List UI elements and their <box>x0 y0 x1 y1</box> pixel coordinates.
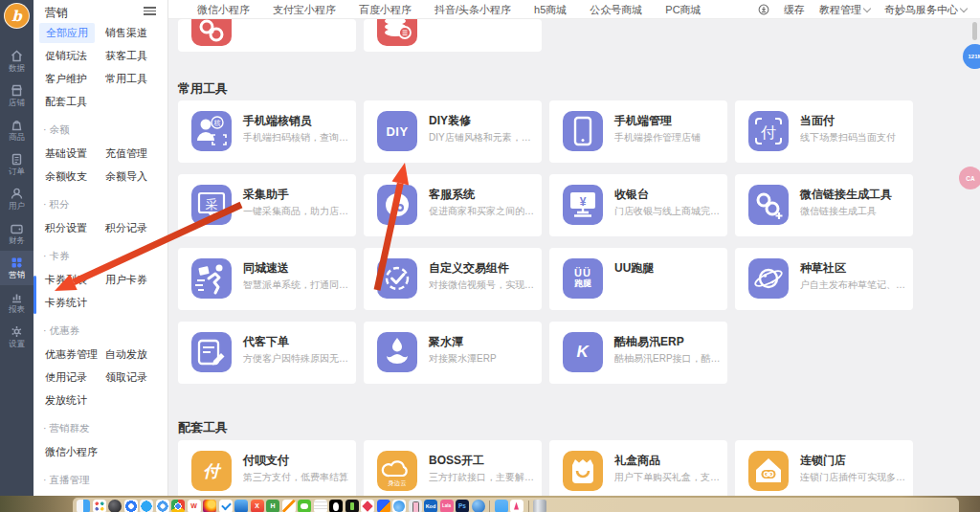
folder-icon[interactable] <box>495 500 508 512</box>
tool-card[interactable]: DIY DIY装修 DIY店铺风格和元素，千人千面 <box>364 100 542 163</box>
check-app-icon[interactable] <box>219 500 233 512</box>
tool-card[interactable]: 身边云 BOSS开工 三方打款接口，主要解决企业... <box>364 440 542 496</box>
menu-item[interactable]: 销售渠道 <box>105 26 147 40</box>
app-logo[interactable]: b <box>4 3 30 29</box>
tab-pc-mall[interactable]: PC商城 <box>665 0 701 19</box>
tool-card[interactable]: 核 手机端核销员 手机端扫码核销，查询订单 <box>178 100 356 163</box>
menu-item[interactable]: 余额导入 <box>105 169 147 184</box>
tool-card[interactable] <box>364 19 542 52</box>
sidebar-item-marketing[interactable]: 营销 <box>0 251 33 285</box>
menu-item[interactable]: 积分设置 <box>45 221 87 235</box>
menu-item[interactable]: 领取记录 <box>105 370 147 385</box>
trash-icon[interactable] <box>533 500 546 512</box>
sidebar-item-data[interactable]: 数据 <box>0 44 33 78</box>
sidebar-item-settings[interactable]: 设置 <box>0 320 33 354</box>
menu-item[interactable]: 全部应用 <box>39 23 95 43</box>
tool-card[interactable] <box>178 19 356 52</box>
tool-card[interactable]: 付 付呗支付 第三方支付，低费率结算 <box>178 440 356 496</box>
siri-icon[interactable] <box>108 500 122 512</box>
pen-app-icon[interactable] <box>510 500 523 512</box>
page-scrollbar[interactable] <box>972 22 977 40</box>
tool-card[interactable]: K 酷柚易汛ERP 酷柚易汛ERP接口，酷柚易汛... <box>549 322 727 384</box>
floating-side-badge[interactable]: CA <box>959 167 980 189</box>
service-center-menu[interactable]: 奇妙鸟服务中心 <box>884 3 967 17</box>
wps-icon[interactable]: W <box>188 500 201 512</box>
chrome-icon[interactable] <box>171 500 185 512</box>
menu-item[interactable]: 卡券统计 <box>45 296 87 310</box>
qq-icon[interactable] <box>329 500 343 512</box>
sidebar-item-user[interactable]: 用户 <box>0 182 33 216</box>
menu-item[interactable]: 充值管理 <box>105 146 147 161</box>
launchpad-icon[interactable] <box>93 500 106 512</box>
menu-item[interactable]: 用户卡券 <box>105 273 147 287</box>
sidebar-item-goods[interactable]: 商品 <box>0 113 33 147</box>
menu-item[interactable]: 积分记录 <box>105 221 147 235</box>
tab-douyin-miniprogram[interactable]: 抖音/头条小程序 <box>434 0 511 19</box>
menu-item[interactable]: 获客工具 <box>105 49 147 63</box>
tool-card[interactable]: 种草社区 户自主发布种草笔记、点赞PK... <box>735 248 913 310</box>
lala-app-icon[interactable]: Lala <box>440 500 454 512</box>
blue-ring-app-icon[interactable] <box>124 500 138 512</box>
tool-card[interactable]: 付 当面付 线下场景扫码当面支付 <box>735 100 913 163</box>
notes-icon[interactable] <box>314 500 327 512</box>
sidebar-item-order[interactable]: 订单 <box>0 147 33 182</box>
tool-card[interactable]: ¥ 收银台 门店收银与线上商城完美结合 <box>549 174 727 236</box>
tab-official-account-mall[interactable]: 公众号商城 <box>590 0 642 19</box>
download-button[interactable] <box>758 4 769 15</box>
tab-alipay-miniprogram[interactable]: 支付宝小程序 <box>273 0 336 19</box>
menu-item[interactable]: 余额收支 <box>45 169 87 184</box>
tool-card[interactable]: ÜÜ 跑腿 UU跑腿 <box>549 248 727 310</box>
sidebar-item-report[interactable]: 报表 <box>0 285 33 320</box>
finder-icon[interactable] <box>77 500 90 512</box>
transfer-arrows-icon[interactable] <box>377 500 390 512</box>
menu-item[interactable]: 优惠券管理 <box>45 347 98 362</box>
sketch-icon[interactable] <box>361 500 374 512</box>
menu-item[interactable]: 微信小程序 <box>45 445 98 459</box>
tool-card[interactable]: 手机端管理 手机端操作管理店铺 <box>549 100 727 163</box>
menu-item[interactable]: 客户维护 <box>45 72 87 86</box>
safari-icon[interactable] <box>140 500 153 512</box>
menu-item[interactable]: 常用工具 <box>105 72 147 86</box>
tool-card[interactable]: 代客下单 方便客户因特殊原因无法在线... <box>178 322 356 384</box>
blue-sphere-app-icon[interactable] <box>472 500 485 512</box>
tool-card[interactable]: 自定义交易组件 对接微信视频号，实现从微信... <box>364 248 542 310</box>
tab-wechat-miniprogram[interactable]: 微信小程序 <box>197 0 250 19</box>
phone-mirror-icon[interactable] <box>409 500 422 512</box>
pencil-app-icon[interactable] <box>282 500 296 512</box>
firefox-icon[interactable] <box>203 500 216 512</box>
x-app-icon[interactable]: X <box>251 500 264 512</box>
cache-button[interactable]: 缓存 <box>784 3 805 17</box>
menu-item[interactable]: 卡券列表 <box>45 273 87 287</box>
tool-card[interactable]: 连锁门店 连锁门店插件可实现多家门店... <box>735 440 913 496</box>
sidebar-scroll-indicator[interactable] <box>33 276 36 314</box>
menu-item[interactable]: 配套工具 <box>45 95 87 109</box>
menu-section-label: · 余额 <box>43 123 69 137</box>
collapse-menu-icon[interactable] <box>144 7 156 17</box>
wechat-icon[interactable] <box>298 500 311 512</box>
tool-card[interactable]: 客服系统 促进商家和买家之间的高效交流 <box>364 174 542 236</box>
card-desc: 微信链接生成工具 <box>800 205 907 218</box>
tool-card[interactable]: 聚水潭 对接聚水潭ERP <box>364 322 542 384</box>
menu-item[interactable]: 发放统计 <box>45 393 87 408</box>
tab-h5-mall[interactable]: h5商城 <box>534 0 567 19</box>
tool-card[interactable]: 微信链接生成工具 微信链接生成工具 <box>735 174 913 236</box>
blue-triangle-app-icon[interactable] <box>234 500 248 512</box>
spray-app-icon[interactable] <box>345 500 359 512</box>
menu-item[interactable]: 基础设置 <box>45 146 87 161</box>
tool-card[interactable]: 采 采集助手 一键采集商品，助力店铺高效... <box>178 174 356 236</box>
h-app-icon[interactable]: H <box>266 500 279 512</box>
whale-app-icon[interactable] <box>392 500 406 512</box>
tab-baidu-miniprogram[interactable]: 百度小程序 <box>359 0 412 19</box>
tool-card[interactable]: 同城速送 智慧派单系统，打通同城配送... <box>178 248 356 310</box>
menu-item[interactable]: 使用记录 <box>45 370 87 385</box>
sidebar-item-finance[interactable]: 财务 <box>0 216 33 251</box>
card-desc: 户自主发布种草笔记、点赞PK... <box>800 278 907 292</box>
tool-card[interactable]: 礼盒商品 用户下单购买礼盒，支持自选... <box>549 440 727 496</box>
photoshop-icon[interactable]: Ps <box>456 500 469 512</box>
browser-circle-icon[interactable] <box>156 500 169 512</box>
menu-item[interactable]: 促销玩法 <box>45 49 87 63</box>
kod-app-icon[interactable]: Kod <box>424 500 437 512</box>
menu-item[interactable]: 自动发放 <box>105 347 147 362</box>
sidebar-item-shop[interactable]: 店铺 <box>0 78 33 113</box>
tutorial-menu[interactable]: 教程管理 <box>819 3 870 17</box>
